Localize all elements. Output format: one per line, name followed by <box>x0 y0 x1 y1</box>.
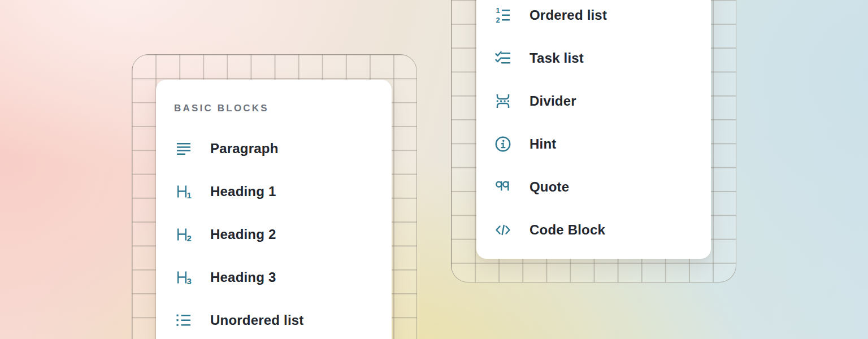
menu-item-code-block[interactable]: Code Block <box>493 208 711 251</box>
svg-text:1: 1 <box>187 190 192 200</box>
menu-item-label: Heading 1 <box>210 184 276 199</box>
svg-text:3: 3 <box>187 276 192 286</box>
menu-item-label: Heading 3 <box>210 270 276 285</box>
menu-item-quote[interactable]: Quote <box>493 166 711 208</box>
basic-blocks-menu: BASIC BLOCKS Paragraph 1 Heading 1 2 Hea… <box>156 80 392 339</box>
heading-2-icon: 2 <box>174 225 193 244</box>
heading-1-icon: 1 <box>174 182 193 201</box>
menu-item-task-list[interactable]: Task list <box>493 37 711 80</box>
menu-item-heading-1[interactable]: 1 Heading 1 <box>174 170 392 213</box>
ordered-list-icon: 12 <box>493 6 513 25</box>
menu-item-hint[interactable]: Hint <box>493 123 711 166</box>
basic-blocks-list: Paragraph 1 Heading 1 2 Heading 2 3 Head… <box>174 127 392 339</box>
svg-text:2: 2 <box>496 16 500 24</box>
menu-item-paragraph[interactable]: Paragraph <box>174 127 392 170</box>
block-menu-illustration: BASIC BLOCKS Paragraph 1 Heading 1 2 Hea… <box>0 0 868 339</box>
more-blocks-list: 12 Ordered list Task list Divider Hint Q… <box>493 0 711 251</box>
menu-item-label: Ordered list <box>530 7 607 23</box>
menu-item-label: Heading 2 <box>210 227 276 242</box>
menu-item-label: Quote <box>530 179 569 195</box>
menu-item-label: Divider <box>530 93 576 109</box>
quote-icon <box>493 177 513 197</box>
menu-item-label: Task list <box>530 50 584 66</box>
menu-item-divider[interactable]: Divider <box>493 80 711 123</box>
menu-item-label: Hint <box>530 136 556 152</box>
menu-item-heading-2[interactable]: 2 Heading 2 <box>174 213 392 256</box>
code-block-icon <box>493 220 513 240</box>
unordered-list-icon <box>174 311 193 330</box>
section-label-basic-blocks: BASIC BLOCKS <box>174 102 392 115</box>
hint-icon <box>493 134 513 154</box>
task-list-icon <box>493 49 513 68</box>
menu-item-label: Unordered list <box>210 312 304 328</box>
heading-3-icon: 3 <box>174 268 193 287</box>
more-blocks-menu: 12 Ordered list Task list Divider Hint Q… <box>476 0 711 259</box>
divider-icon <box>493 92 513 111</box>
menu-item-label: Code Block <box>530 222 605 238</box>
menu-item-ordered-list[interactable]: 12 Ordered list <box>493 0 711 37</box>
svg-text:1: 1 <box>496 6 500 15</box>
paragraph-icon <box>174 139 193 158</box>
svg-text:2: 2 <box>187 233 192 243</box>
menu-item-heading-3[interactable]: 3 Heading 3 <box>174 256 392 299</box>
menu-item-unordered-list[interactable]: Unordered list <box>174 299 392 339</box>
menu-item-label: Paragraph <box>210 141 279 157</box>
